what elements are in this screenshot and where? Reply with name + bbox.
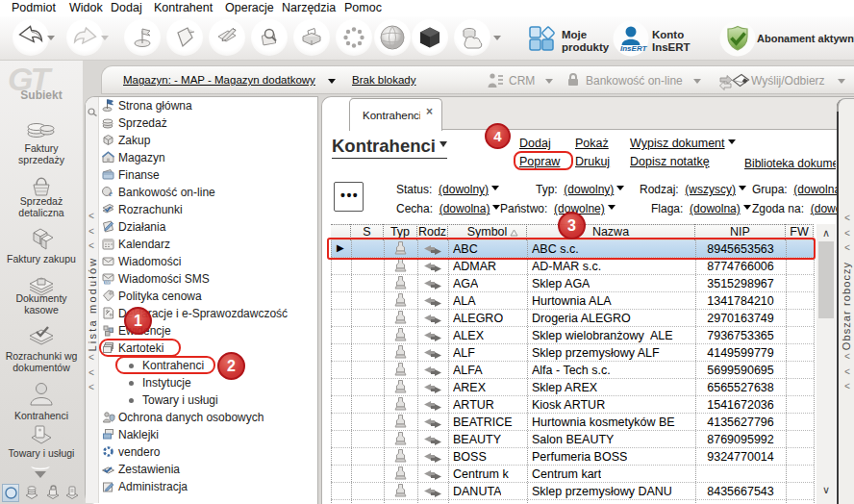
- svg-text:SMS: SMS: [105, 281, 113, 285]
- svg-text:e: e: [109, 189, 113, 198]
- svg-text:InsERT: InsERT: [620, 44, 648, 53]
